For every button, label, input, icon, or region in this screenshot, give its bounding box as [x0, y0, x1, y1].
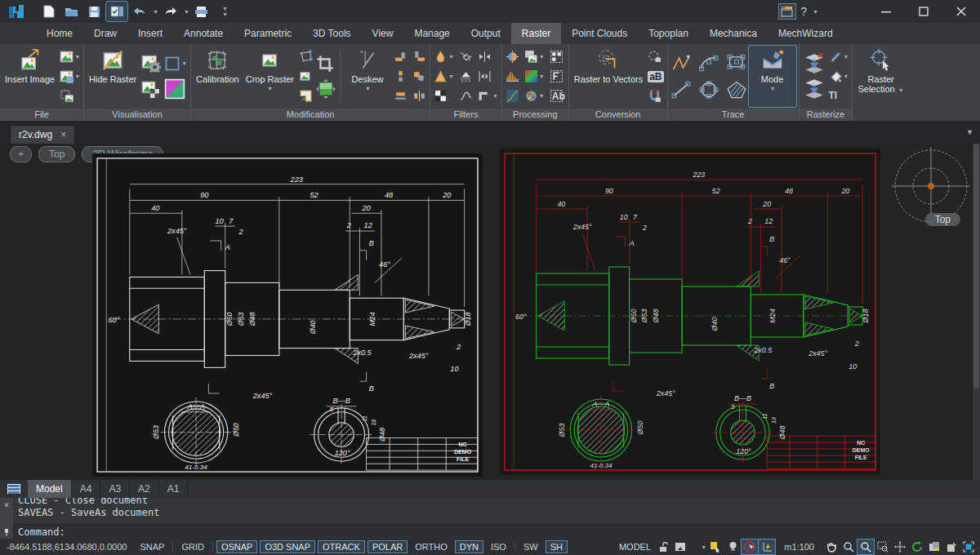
raster-to-vectors-button[interactable]: Raster to Vectors: [572, 46, 645, 107]
toggle-sw[interactable]: SW: [519, 540, 543, 553]
vectorize-circle-button[interactable]: [647, 49, 664, 65]
sharpen-filter-button[interactable]: ▼: [433, 69, 455, 85]
scrollbar-thumb[interactable]: [973, 144, 979, 388]
toggle-iso[interactable]: ISO: [486, 540, 511, 553]
interface-toggle-icon[interactable]: [779, 4, 795, 19]
tab-3d-tools[interactable]: 3D Tools: [302, 23, 361, 44]
toggle-otrack[interactable]: OTRACK: [318, 540, 365, 553]
vertical-scrollbar[interactable]: [973, 144, 980, 480]
insert-image-button[interactable]: Insert Image: [2, 46, 57, 107]
raster-text-button[interactable]: TI: [828, 87, 850, 104]
selection-cycling-icon[interactable]: [742, 539, 758, 554]
minimize-button[interactable]: [867, 0, 905, 23]
thicken-lines-button[interactable]: [477, 69, 499, 85]
tab-draw[interactable]: Draw: [83, 23, 127, 44]
tab-annotate[interactable]: Annotate: [173, 23, 234, 44]
trace-polyline-button[interactable]: [670, 55, 692, 71]
paint-icon[interactable]: [943, 539, 960, 554]
new-file-button[interactable]: [38, 2, 59, 21]
crop-rect-button[interactable]: [298, 69, 314, 85]
frame-toggle-button[interactable]: ▼: [163, 56, 188, 72]
toggle-dyn[interactable]: DYN: [455, 540, 483, 553]
command-prompt[interactable]: Command:: [13, 524, 980, 539]
tab-mechanica[interactable]: Mechanica: [699, 23, 768, 44]
layout-tab-a1[interactable]: A1: [159, 480, 189, 498]
trace-circle-button[interactable]: [698, 82, 719, 98]
document-tab[interactable]: r2v.dwg ×: [10, 125, 75, 144]
tab-list-dropdown[interactable]: ▼: [966, 128, 973, 136]
close-button[interactable]: [942, 0, 980, 23]
crop-frame-button[interactable]: [315, 56, 336, 72]
tab-topoplan[interactable]: Topoplan: [638, 23, 699, 44]
save-image-button[interactable]: ▼: [59, 69, 81, 85]
crop-polygon-button[interactable]: [298, 49, 314, 65]
zoom-icon[interactable]: [840, 539, 857, 554]
annotation-scale[interactable]: m1:100: [776, 542, 822, 552]
undo-dropdown[interactable]: ▼: [153, 9, 158, 15]
tab-mechwizard[interactable]: MechWizard: [768, 23, 844, 44]
select-feature-button[interactable]: [549, 69, 566, 85]
select-region-button[interactable]: [549, 48, 566, 64]
tab-point-clouds[interactable]: Point Clouds: [561, 23, 638, 44]
align-middle-button[interactable]: [393, 69, 408, 85]
command-pin-icon[interactable]: [3, 528, 10, 536]
blur-filter-button[interactable]: ▼: [433, 48, 455, 64]
toggle-o3dsnap[interactable]: O3D SNAP: [260, 540, 315, 553]
status-dropdown[interactable]: ▼: [701, 544, 706, 550]
help-button[interactable]: ?: [800, 5, 807, 18]
open-file-button[interactable]: [60, 2, 82, 21]
toggle-grid[interactable]: GRID: [176, 540, 209, 553]
command-close-icon[interactable]: ×: [4, 500, 9, 509]
invert-filter-button[interactable]: [433, 88, 455, 104]
orbit-icon[interactable]: [892, 539, 908, 554]
model-space-label[interactable]: MODEL: [616, 542, 654, 552]
color-image-button[interactable]: [163, 81, 188, 97]
tab-parametric[interactable]: Parametric: [234, 23, 302, 44]
dynamic-input-icon[interactable]: [759, 539, 775, 554]
document-tab-close-icon[interactable]: ×: [60, 129, 66, 140]
zoom-window-icon[interactable]: [875, 539, 891, 554]
annotation-bulb-icon[interactable]: [724, 539, 741, 554]
toggle-sh[interactable]: SH: [546, 540, 568, 553]
raster-snap-button[interactable]: [647, 87, 664, 104]
tab-home[interactable]: Home: [36, 23, 83, 44]
command-line-panel[interactable]: × CLOSE - Close document SAVEAS - SaveAs…: [0, 498, 980, 539]
align-bottom-button[interactable]: [393, 88, 408, 104]
color-reduce-button[interactable]: ▼: [523, 88, 546, 104]
rotate-raster-button[interactable]: [412, 69, 427, 85]
viewport-view-button[interactable]: Top: [38, 146, 75, 162]
align-right-button[interactable]: [412, 48, 427, 64]
nav-center-dot[interactable]: [928, 183, 934, 189]
redo-dropdown[interactable]: ▼: [184, 9, 189, 15]
recognize-text-button[interactable]: aB: [647, 69, 664, 85]
curves-button[interactable]: [505, 88, 520, 104]
save-all-button[interactable]: [106, 2, 127, 21]
qat-more-dropdown[interactable]: ▼▼: [222, 6, 228, 17]
annotation-sheet-icon[interactable]: [672, 539, 688, 554]
tab-insert[interactable]: Insert: [127, 23, 173, 44]
maximize-button[interactable]: [905, 0, 942, 23]
histogram-button[interactable]: [505, 69, 520, 85]
trace-hatch-button[interactable]: [726, 82, 747, 98]
raster-settings-button[interactable]: [140, 56, 162, 72]
layout-tab-a2[interactable]: A2: [130, 480, 159, 498]
calibration-button[interactable]: Calibration: [194, 46, 242, 107]
resize-raster-button[interactable]: [315, 81, 336, 97]
rasterize-button[interactable]: [802, 81, 826, 97]
raster-selection-button[interactable]: RasterSelection ▼: [855, 46, 906, 107]
tab-raster[interactable]: Raster: [511, 23, 561, 44]
viewport-menu-button[interactable]: +: [10, 146, 32, 162]
drawing-canvas[interactable]: + Top 2D Wireframe Top: [0, 144, 980, 480]
gradient-button[interactable]: ▼: [523, 69, 546, 85]
annotation-visibility-icon[interactable]: [707, 539, 724, 554]
lock-icon[interactable]: [655, 539, 671, 554]
image-manager-button[interactable]: ▼: [59, 49, 81, 65]
tab-view[interactable]: View: [362, 23, 404, 44]
nav-view-label[interactable]: Top: [925, 213, 960, 226]
redo-button[interactable]: [160, 2, 181, 21]
deskew-button[interactable]: * Deskew▼: [344, 46, 391, 107]
toggle-osnap[interactable]: OSNAP: [216, 540, 258, 553]
layout-tab-a3[interactable]: A3: [100, 480, 130, 498]
undo-button[interactable]: [129, 2, 150, 21]
raster-transparency-button[interactable]: [140, 81, 162, 97]
